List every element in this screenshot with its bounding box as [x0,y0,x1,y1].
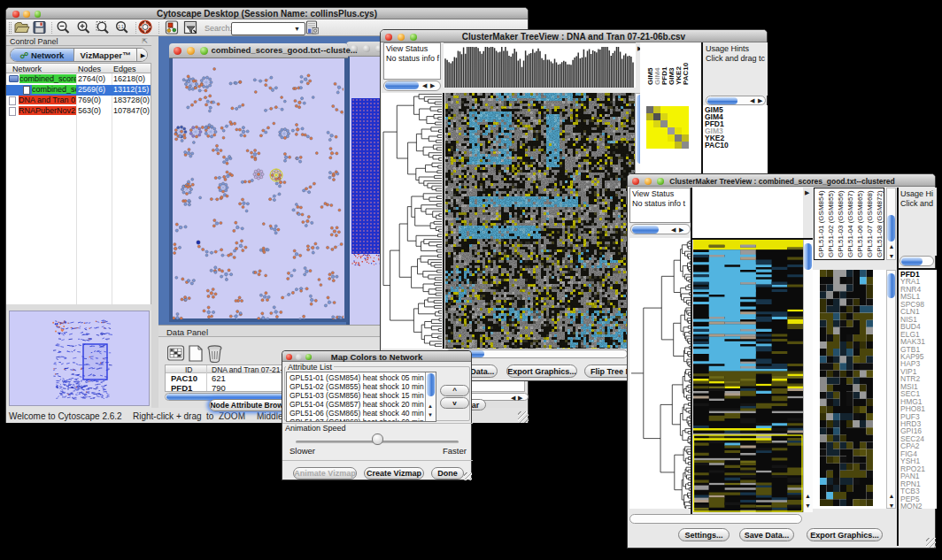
svg-text:1:1: 1:1 [118,25,124,29]
